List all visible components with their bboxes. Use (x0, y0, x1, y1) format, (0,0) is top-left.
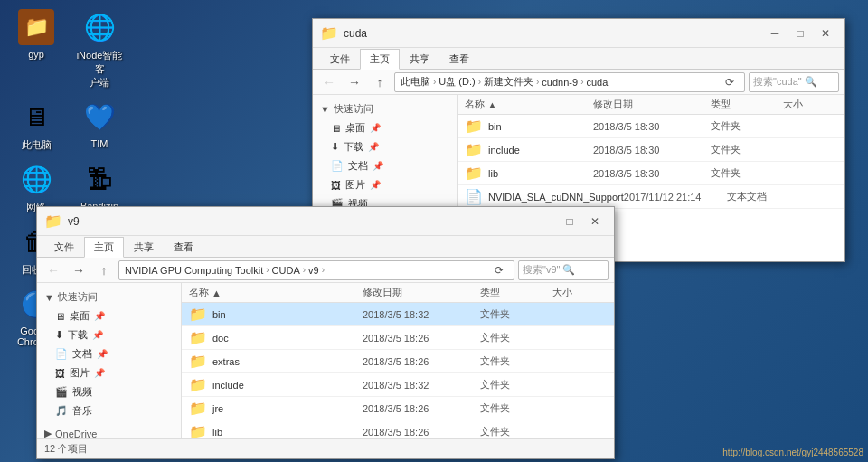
cuda-up-button[interactable]: ↑ (369, 72, 391, 92)
table-row[interactable]: 📁 bin 2018/3/5 18:30 文件夹 (458, 115, 844, 138)
desktop-icon-computer[interactable]: 🖥 此电脑 (9, 99, 63, 152)
cuda-titlebar: 📁 cuda ─ □ ✕ (313, 19, 844, 48)
cuda-path-1: 此电脑 (401, 75, 430, 89)
cuda-tab-view[interactable]: 查看 (439, 49, 479, 69)
v9-sidebar-videos[interactable]: 🎬 视频 (37, 382, 181, 401)
table-row[interactable]: 📁 doc 2018/3/5 18:26 文件夹 (182, 326, 614, 350)
file-date: 2018/3/5 18:26 (363, 333, 480, 344)
cuda-address-bar[interactable]: 此电脑 › U盘 (D:) › 新建文件夹 › cudnn-9 › cuda ⟳ (394, 72, 745, 92)
desktop: 📁 gyp 🌐 iNode智能客户端 🖥 此电脑 💙 TIM 🌐 网络 (0, 0, 868, 462)
cuda-desktop-icon: 🖥 (331, 123, 341, 134)
file-name: lib (212, 427, 363, 438)
v9-documents-pin: 📌 (97, 349, 108, 359)
folder-icon: 📁 (189, 400, 207, 417)
table-row[interactable]: 📁 include 2018/3/5 18:30 文件夹 (458, 138, 844, 162)
file-date: 2018/3/5 18:32 (363, 380, 480, 391)
cuda-col-size[interactable]: 大小 (783, 98, 837, 111)
v9-tab-home[interactable]: 主页 (84, 237, 124, 258)
v9-address-bar[interactable]: NVIDIA GPU Computing Toolkit › CUDA › v9… (118, 260, 514, 280)
cuda-desktop-pin: 📌 (370, 123, 381, 133)
cuda-col-date[interactable]: 修改日期 (593, 98, 711, 111)
v9-status-text: 12 个项目 (44, 442, 88, 456)
table-row[interactable]: 📁 extras 2018/3/5 18:26 文件夹 (182, 350, 614, 373)
v9-close-button[interactable]: ✕ (583, 212, 607, 231)
cuda-close-button[interactable]: ✕ (814, 24, 837, 43)
cuda-sidebar-desktop[interactable]: 🖥 桌面 📌 (313, 118, 457, 137)
cuda-title-icon: 📁 (320, 24, 338, 42)
folder-icon: 📁 (189, 353, 207, 370)
cuda-col-name[interactable]: 名称 ▲ (465, 98, 593, 111)
cuda-col-type[interactable]: 类型 (711, 98, 783, 111)
cuda-back-button[interactable]: ← (318, 72, 340, 92)
v9-music-icon: 🎵 (55, 405, 68, 417)
cuda-ribbon-tabs: 文件 主页 共享 查看 (313, 48, 844, 70)
v9-up-button[interactable]: ↑ (93, 260, 115, 280)
v9-col-size[interactable]: 大小 (552, 286, 607, 299)
folder-icon: 📁 (189, 376, 207, 393)
table-row[interactable]: 📁 include 2018/3/5 18:32 文件夹 (182, 373, 614, 397)
table-row[interactable]: 📁 bin 2018/3/5 18:32 文件夹 (182, 303, 614, 326)
cuda-forward-button[interactable]: → (344, 72, 365, 92)
folder-icon: 📁 (465, 165, 483, 182)
file-type: 文件夹 (480, 401, 552, 415)
v9-tab-share[interactable]: 共享 (124, 237, 164, 257)
v9-minimize-button[interactable]: ─ (533, 212, 556, 231)
file-type: 文件夹 (711, 119, 783, 133)
v9-download-pin: 📌 (92, 330, 103, 340)
desktop-icon-gyp-label: gyp (28, 49, 44, 60)
v9-search-placeholder: 搜索"v9" (523, 263, 560, 277)
table-row[interactable]: 📁 lib 2018/3/5 18:26 文件夹 (182, 420, 614, 438)
cuda-maximize-button[interactable]: □ (788, 24, 812, 43)
cuda-pictures-icon: 🖼 (331, 180, 341, 191)
file-name: bin (212, 309, 363, 320)
v9-sidebar-pictures[interactable]: 🖼 图片 📌 (37, 363, 181, 382)
watermark: http://blog.csdn.net/gyj2448565528 (722, 448, 863, 457)
cuda-sidebar-documents[interactable]: 📄 文档 📌 (313, 156, 457, 175)
cuda-refresh-button[interactable]: ⟳ (721, 74, 739, 90)
v9-tab-view[interactable]: 查看 (164, 237, 203, 257)
v9-sidebar-onedrive[interactable]: ▶ OneDrive (37, 425, 181, 438)
v9-path-1: NVIDIA GPU Computing Toolkit (125, 265, 263, 276)
v9-sidebar-quick-access[interactable]: ▼ 快速访问 (37, 288, 181, 306)
desktop-icon-tim[interactable]: 💙 TIM (72, 99, 127, 152)
v9-sidebar-download[interactable]: ⬇ 下载 📌 (37, 325, 181, 344)
v9-col-name[interactable]: 名称 ▲ (189, 286, 363, 299)
cuda-sidebar-pictures[interactable]: 🖼 图片 📌 (313, 175, 457, 194)
cuda-tab-share[interactable]: 共享 (400, 49, 439, 69)
cuda-sidebar-download[interactable]: ⬇ 下载 📌 (313, 137, 457, 156)
v9-search-bar[interactable]: 搜索"v9" 🔍 (518, 260, 609, 280)
cuda-tab-file[interactable]: 文件 (320, 49, 360, 69)
v9-forward-button[interactable]: → (68, 260, 90, 280)
table-row[interactable]: 📁 lib 2018/3/5 18:30 文件夹 (458, 162, 844, 185)
file-type: 文件夹 (480, 425, 552, 438)
cuda-window-controls: ─ □ ✕ (763, 24, 837, 43)
v9-sidebar-documents[interactable]: 📄 文档 📌 (37, 344, 181, 363)
desktop-icon-gyp[interactable]: 📁 gyp (9, 9, 63, 90)
v9-refresh-button[interactable]: ⟳ (490, 262, 508, 278)
cuda-minimize-button[interactable]: ─ (763, 24, 787, 43)
cuda-download-icon: ⬇ (331, 141, 339, 153)
folder-icon: 📁 (189, 306, 207, 323)
file-name: NVIDIA_SLA_cuDNN_Support (488, 192, 624, 203)
v9-maximize-button[interactable]: □ (558, 212, 581, 231)
desktop-icon-inode[interactable]: 🌐 iNode智能客户端 (72, 9, 127, 90)
v9-tab-file[interactable]: 文件 (44, 237, 84, 257)
file-date: 2018/3/5 18:26 (363, 356, 480, 367)
doc-icon: 📄 (465, 188, 483, 205)
v9-sidebar-music[interactable]: 🎵 音乐 (37, 401, 181, 420)
cuda-sidebar-quick-access[interactable]: ▼ 快速访问 (313, 99, 457, 118)
v9-window-controls: ─ □ ✕ (533, 212, 607, 231)
desktop-icon-inode-label: iNode智能客户端 (72, 49, 127, 90)
v9-sidebar-desktop[interactable]: 🖥 桌面 📌 (37, 306, 181, 325)
file-type: 文本文档 (727, 190, 790, 203)
cuda-path-2: U盘 (D:) (439, 75, 475, 89)
file-type: 文件夹 (480, 378, 552, 391)
v9-documents-icon: 📄 (55, 348, 68, 360)
table-row[interactable]: 📁 jre 2018/3/5 18:26 文件夹 (182, 397, 614, 420)
cuda-tab-home[interactable]: 主页 (360, 49, 400, 70)
v9-sort-icon: ▲ (212, 288, 222, 298)
v9-col-date[interactable]: 修改日期 (363, 286, 480, 299)
v9-back-button[interactable]: ← (42, 260, 64, 280)
cuda-search-bar[interactable]: 搜索"cuda" 🔍 (749, 72, 839, 92)
v9-col-type[interactable]: 类型 (480, 286, 552, 299)
